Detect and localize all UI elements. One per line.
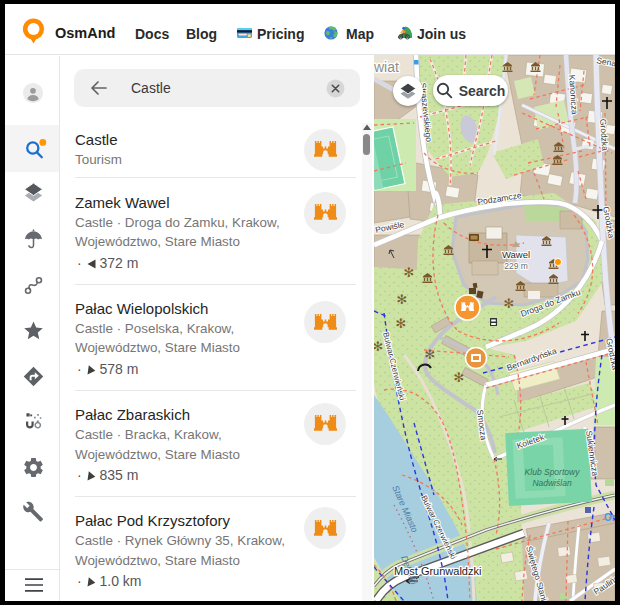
svg-text:Nadwiślan: Nadwiślan (532, 478, 571, 488)
svg-text:wiat: wiat (374, 59, 399, 75)
svg-text:✻: ✻ (374, 339, 383, 354)
svg-text:Wawel: Wawel (502, 249, 530, 260)
svg-text:✻: ✻ (454, 370, 465, 385)
svg-text:✻: ✻ (425, 347, 436, 362)
svg-text:✻: ✻ (504, 296, 515, 311)
svg-text:✻: ✻ (397, 292, 408, 307)
svg-text:✻: ✻ (396, 316, 407, 331)
svg-text:229 m: 229 m (504, 261, 528, 271)
svg-text:Most Grunwaldzki: Most Grunwaldzki (394, 565, 481, 577)
svg-text:Klub Sportowy: Klub Sportowy (525, 467, 581, 477)
svg-text:✻: ✻ (404, 265, 415, 280)
